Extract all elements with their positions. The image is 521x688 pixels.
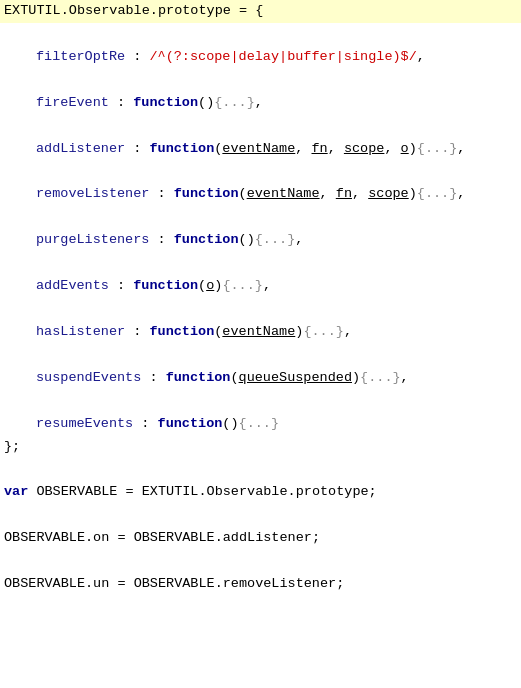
code-line: fireEvent : function(){...}, (0, 92, 521, 115)
code-token: function (174, 184, 239, 205)
code-token: eventName (247, 184, 320, 205)
code-token (28, 482, 36, 503)
code-token: : (109, 276, 133, 297)
code-line (0, 160, 521, 183)
code-token: = (117, 482, 141, 503)
code-line (0, 390, 521, 413)
code-token: ; (336, 574, 344, 595)
code-line (0, 504, 521, 527)
code-token: addListener (36, 139, 125, 160)
code-token: function (166, 368, 231, 389)
code-token: fn (311, 139, 327, 160)
code-token: ; (312, 528, 320, 549)
code-line (0, 23, 521, 46)
code-token: ( (214, 139, 222, 160)
code-token: EXTUTIL.Observable.prototype (4, 1, 231, 22)
code-line: resumeEvents : function(){...} (0, 413, 521, 436)
code-token: ( (239, 184, 247, 205)
code-token: : (109, 93, 133, 114)
code-token: , (255, 93, 263, 114)
code-token: : (125, 47, 149, 68)
code-token: function (149, 139, 214, 160)
code-token: filterOptRe (36, 47, 125, 68)
code-token: function (149, 322, 214, 343)
code-token: = (109, 574, 133, 595)
code-token: function (133, 93, 198, 114)
code-line (0, 115, 521, 138)
code-token: eventName (222, 139, 295, 160)
code-token: ( (198, 276, 206, 297)
code-token: {...} (239, 414, 280, 435)
code-token: o (206, 276, 214, 297)
code-token: = (109, 528, 133, 549)
code-token: : (133, 414, 157, 435)
code-token: () (222, 414, 238, 435)
code-token: ; (12, 437, 20, 458)
code-token: o (401, 139, 409, 160)
code-token: , (295, 230, 303, 251)
code-line (0, 69, 521, 92)
code-token: , (344, 322, 352, 343)
code-token: ) (409, 184, 417, 205)
code-token: queueSuspended (239, 368, 352, 389)
code-token: purgeListeners (36, 230, 149, 251)
code-token: hasListener (36, 322, 125, 343)
code-token: {...} (214, 93, 255, 114)
code-token: () (239, 230, 255, 251)
code-token: , (417, 47, 425, 68)
code-line (0, 252, 521, 275)
code-token: resumeEvents (36, 414, 133, 435)
code-token: ) (409, 139, 417, 160)
code-token: ) (352, 368, 360, 389)
code-token: EXTUTIL.Observable.prototype (142, 482, 369, 503)
code-token: () (198, 93, 214, 114)
code-token: fn (336, 184, 352, 205)
code-line (0, 344, 521, 367)
code-line: purgeListeners : function(){...}, (0, 229, 521, 252)
code-token: , (457, 184, 465, 205)
code-line: OBSERVABLE.un = OBSERVABLE.removeListene… (0, 573, 521, 596)
code-token: var (4, 482, 28, 503)
code-line (0, 458, 521, 481)
code-token: addEvents (36, 276, 109, 297)
code-token: : (125, 322, 149, 343)
code-token: : (149, 184, 173, 205)
code-token: : (125, 139, 149, 160)
code-line (0, 298, 521, 321)
code-token: ; (369, 482, 377, 503)
code-line: suspendEvents : function(queueSuspended)… (0, 367, 521, 390)
code-token: ) (295, 322, 303, 343)
code-token: scope (368, 184, 409, 205)
code-token: {...} (255, 230, 296, 251)
code-token: function (133, 276, 198, 297)
code-token: /^(?:scope|delay|buffer|single)$/ (149, 47, 416, 68)
code-line: EXTUTIL.Observable.prototype = { (0, 0, 521, 23)
code-token: eventName (222, 322, 295, 343)
code-token: OBSERVABLE (36, 482, 117, 503)
code-token: , (401, 368, 409, 389)
code-line: }; (0, 436, 521, 459)
code-line (0, 550, 521, 573)
code-token: removeListener (36, 184, 149, 205)
code-token: scope (344, 139, 385, 160)
code-lines: EXTUTIL.Observable.prototype = { filterO… (0, 0, 521, 596)
code-token: , (384, 139, 400, 160)
code-token: {...} (222, 276, 263, 297)
code-token: , (352, 184, 368, 205)
code-token: fireEvent (36, 93, 109, 114)
code-token: {...} (417, 184, 458, 205)
code-token: : (149, 230, 173, 251)
code-token: , (320, 184, 336, 205)
code-token: : (141, 368, 165, 389)
code-line: OBSERVABLE.on = OBSERVABLE.addListener; (0, 527, 521, 550)
code-token: = (231, 1, 255, 22)
code-token: OBSERVABLE.removeListener (134, 574, 337, 595)
code-container: EXTUTIL.Observable.prototype = { filterO… (0, 0, 521, 688)
code-line: addListener : function(eventName, fn, sc… (0, 138, 521, 161)
code-token: {...} (303, 322, 344, 343)
code-token: ) (214, 276, 222, 297)
code-line: var OBSERVABLE = EXTUTIL.Observable.prot… (0, 481, 521, 504)
code-token: , (295, 139, 311, 160)
code-token: , (328, 139, 344, 160)
code-line (0, 206, 521, 229)
